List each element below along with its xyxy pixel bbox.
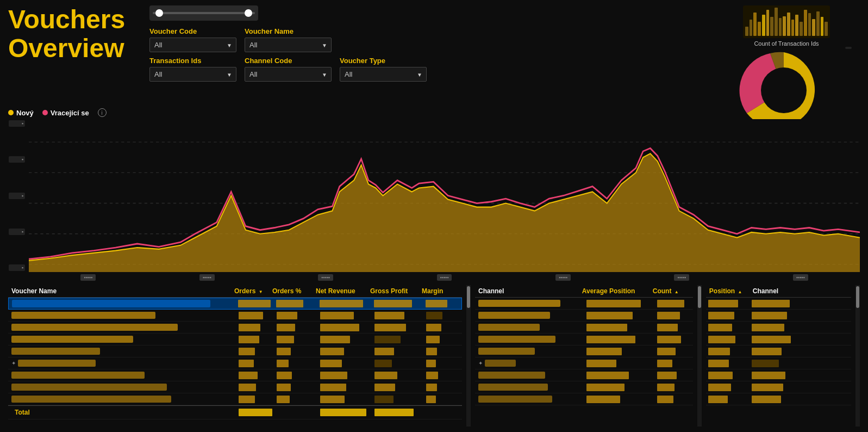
channel-table-scrollbar[interactable] [697,285,702,427]
table-row[interactable] [475,381,693,393]
voucher-name-label: Voucher Name [245,27,332,35]
position-table-scrollbar[interactable] [855,285,860,427]
legend-dot-vracejici [42,110,48,115]
voucher-type-select-wrapper[interactable]: All [340,67,427,82]
x-label-7: ▪▪▪▪▪ [793,274,808,281]
gross-cell [372,298,423,309]
voucher-name-cell [8,310,236,321]
transaction-ids-select[interactable]: All [149,67,236,82]
channel-col-header[interactable]: Channel [750,287,846,295]
x-label-2: ▪▪▪▪▪ [199,274,215,281]
x-axis: ▪▪▪▪▪ ▪▪▪▪▪ ▪▪▪▪▪ ▪▪▪▪▪ ▪▪▪▪▪ ▪▪▪▪▪ ▪▪▪▪… [29,272,860,283]
table-row[interactable] [8,322,462,334]
table-row[interactable] [475,369,693,381]
table-row[interactable] [8,310,462,322]
voucher-code-label: Voucher Code [149,27,236,35]
table-row[interactable] [706,393,851,405]
table-row[interactable]: ✦ [475,357,693,369]
y-label-2: ▪ [9,193,25,199]
voucher-name-filter: Voucher Name All [245,27,332,52]
filters-block: Voucher Code All Voucher Name All [149,5,697,82]
table-row[interactable] [706,369,851,381]
table-row[interactable] [475,334,693,345]
orders-bar-cell [236,298,274,309]
voucher-name-cell [8,393,236,405]
area-chart-svg [29,119,860,272]
slider-thumb-right[interactable] [245,9,252,17]
table-row[interactable]: ✦ [8,357,462,369]
voucher-type-label: Voucher Type [340,57,427,65]
table-row[interactable] [475,322,693,334]
net-revenue-header[interactable]: Net Revenue [313,287,367,295]
channel-code-label: Channel Code [245,57,332,65]
voucher-name-header[interactable]: Voucher Name [8,287,231,295]
legend-dot-novy [8,110,14,115]
legend-label-vracejici: Vracející se [51,109,89,117]
voucher-table-scrollbar[interactable] [466,285,471,427]
table-row[interactable] [8,381,462,393]
channel-code-select[interactable]: All [245,67,332,82]
filters-row-2: Transaction Ids All Channel Code All [149,57,697,82]
channel-header[interactable]: Channel [475,287,579,295]
net-rev-cell [317,298,372,309]
transaction-ids-filter: Transaction Ids All [149,57,236,82]
table-total-row: Total [8,405,462,419]
legend-item-novy: Nový [8,109,34,117]
x-label-5: ▪▪▪▪▪ [555,274,571,281]
voucher-name-select-wrapper[interactable]: All [245,38,332,52]
x-label-4: ▪▪▪▪▪ [437,274,452,281]
voucher-code-select[interactable]: All [149,38,236,52]
bottom-section: Voucher Name Orders ▼ Orders % Net Reven… [8,285,860,427]
table-row[interactable] [8,334,462,345]
count-header[interactable]: Count ▲ [650,287,688,295]
info-icon[interactable]: i [98,108,107,117]
position-table-panel: Position ▲ Channel [706,285,851,427]
table-row[interactable] [706,381,851,393]
channel-table-body: ✦ [475,298,693,427]
table-row[interactable] [8,298,462,310]
kpi-bar-chart [743,5,830,38]
voucher-name-select[interactable]: All [245,38,332,52]
slider-thumb-left[interactable] [155,9,163,17]
scrollbar-thumb[interactable] [856,286,859,308]
position-header[interactable]: Position ▲ [706,287,750,295]
table-row[interactable] [8,393,462,405]
table-row[interactable] [8,345,462,357]
date-range-slider[interactable] [149,5,258,21]
table-row[interactable] [475,393,693,405]
orders-pct-cell [274,298,317,309]
gross-profit-header[interactable]: Gross Profit [367,287,419,295]
table-row[interactable] [706,357,851,369]
scrollbar-thumb[interactable] [698,286,701,308]
donut-legend-overlay [845,47,852,49]
voucher-type-select[interactable]: All [340,67,427,82]
channel-table-header: Channel Average Position Count ▲ [475,285,693,298]
legend-label-novy: Nový [16,109,34,117]
table-row[interactable] [706,345,851,357]
orders-header[interactable]: Orders ▼ [231,287,269,295]
area-chart: ▪ ▪ ▪ ▪ ▪ [8,119,860,283]
table-row[interactable] [706,298,851,310]
avg-position-header[interactable]: Average Position [579,287,650,295]
table-row[interactable] [475,298,693,310]
table-row[interactable] [475,310,693,322]
voucher-code-select-wrapper[interactable]: All [149,38,236,52]
y-axis: ▪ ▪ ▪ ▪ ▪ [8,119,27,272]
scrollbar-thumb[interactable] [467,286,470,308]
table-row[interactable] [706,322,851,334]
orders-pct-header[interactable]: Orders % [269,287,313,295]
transaction-ids-select-wrapper[interactable]: All [149,67,236,82]
position-table-body [706,298,851,427]
table-row[interactable] [475,345,693,357]
x-label-3: ▪▪▪▪▪ [318,274,333,281]
voucher-table-header: Voucher Name Orders ▼ Orders % Net Reven… [8,285,462,298]
table-row[interactable] [8,369,462,381]
total-label: Total [11,407,33,418]
kpi-block: Count of Transaction Ids [743,5,830,47]
voucher-name-cell [8,345,236,357]
table-row[interactable] [706,310,851,322]
table-row[interactable] [706,334,851,345]
channel-code-select-wrapper[interactable]: All [245,67,332,82]
legend-item-vracejici: Vracející se [42,109,89,117]
margin-header[interactable]: Margin [419,287,457,295]
